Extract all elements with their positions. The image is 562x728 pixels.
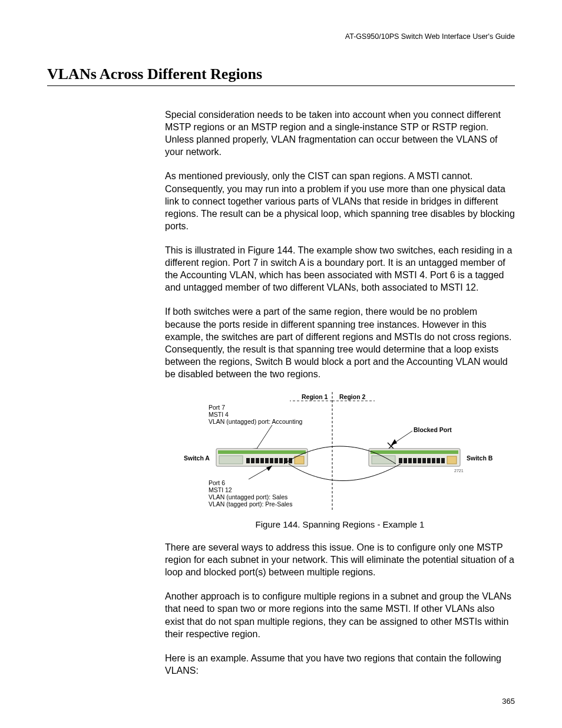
paragraph: As mentioned previously, only the CIST c…	[165, 170, 515, 232]
figure-spanning-regions: Region 1 Region 2 Port 7 MSTI 4 VLAN (un…	[165, 392, 515, 531]
paragraph: Here is an example. Assume that you have…	[165, 652, 515, 677]
svg-rect-28	[408, 458, 412, 463]
label-region1: Region 1	[302, 393, 328, 400]
svg-rect-31	[422, 458, 426, 463]
running-header: AT-GS950/10PS Switch Web Interface User'…	[47, 32, 515, 41]
label-port7-line1: Port 7	[209, 404, 225, 411]
section-title: VLANs Across Different Regions	[47, 65, 515, 86]
svg-rect-16	[265, 458, 269, 463]
body-column: Special consideration needs to be taken …	[165, 108, 515, 677]
svg-rect-34	[437, 458, 440, 463]
svg-rect-35	[441, 458, 445, 463]
svg-marker-6	[391, 439, 397, 445]
label-switch-a: Switch A	[184, 454, 210, 462]
label-region2: Region 2	[339, 393, 365, 400]
paragraph: This is illustrated in Figure 144. The e…	[165, 244, 515, 294]
paragraph: Another approach is to configure multipl…	[165, 590, 515, 640]
svg-rect-26	[399, 458, 402, 463]
label-port6-line3: VLAN (untagged port): Sales	[209, 493, 287, 500]
svg-rect-36	[447, 456, 457, 464]
svg-rect-30	[418, 458, 421, 463]
svg-rect-32	[427, 458, 431, 463]
svg-rect-24	[371, 450, 458, 454]
label-port7-line3: VLAN (untagged) port: Accounting	[209, 418, 303, 425]
page-number: 365	[502, 697, 515, 706]
svg-rect-14	[256, 458, 259, 463]
svg-rect-12	[246, 458, 250, 463]
svg-rect-10	[218, 450, 306, 454]
label-port6-line1: Port 6	[209, 479, 225, 486]
switch-b-icon	[369, 449, 460, 466]
paragraph: There are several ways to address this i…	[165, 541, 515, 578]
switch-a-icon	[216, 449, 308, 466]
svg-rect-18	[275, 458, 278, 463]
diagram-svg: Region 1 Region 2 Port 7 MSTI 4 VLAN (un…	[184, 392, 496, 510]
label-port6-line4: VLAN (tagged port): Pre-Sales	[209, 500, 292, 508]
label-port7-line2: MSTI 4	[209, 411, 229, 418]
svg-rect-22	[295, 456, 304, 464]
svg-rect-29	[413, 458, 416, 463]
paragraph: Special consideration needs to be taken …	[165, 108, 515, 158]
svg-rect-33	[432, 458, 435, 463]
label-blocked-port: Blocked Port	[414, 426, 452, 433]
figure-fineprint: 2721	[454, 469, 464, 473]
label-switch-b: Switch B	[467, 454, 493, 462]
svg-rect-11	[219, 456, 243, 464]
svg-rect-13	[251, 458, 254, 463]
label-port6-line2: MSTI 12	[209, 486, 232, 493]
svg-line-3	[254, 425, 272, 452]
svg-rect-15	[260, 458, 264, 463]
figure-caption: Figure 144. Spanning Regions - Example 1	[165, 519, 515, 531]
svg-rect-19	[279, 458, 283, 463]
svg-rect-27	[404, 458, 407, 463]
paragraph: If both switches were a part of the same…	[165, 305, 515, 380]
svg-rect-17	[270, 458, 273, 463]
